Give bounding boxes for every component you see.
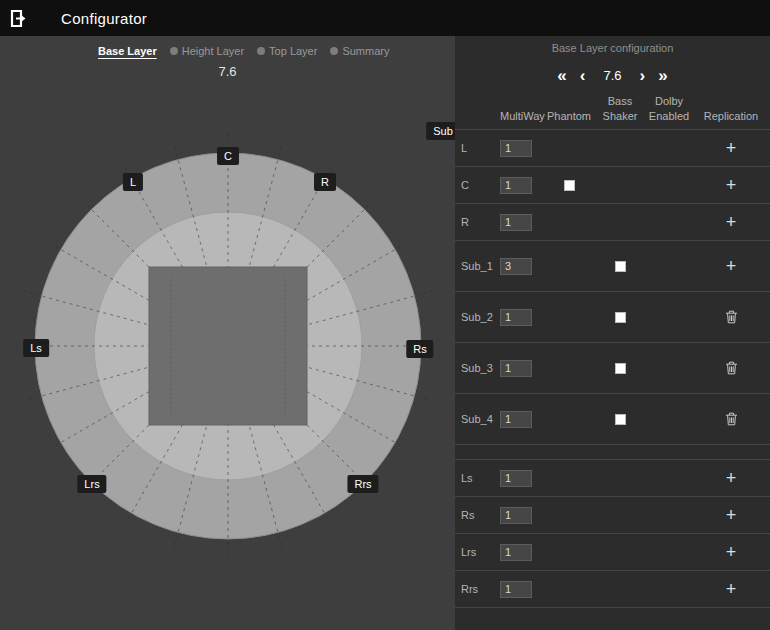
column-header-multiway: MultiWay	[500, 109, 544, 129]
speaker-layout-diagram	[0, 36, 455, 630]
speaker-label-rrs[interactable]: Rrs	[347, 475, 378, 493]
multiway-input[interactable]	[500, 214, 532, 231]
phantom-checkbox[interactable]	[564, 180, 575, 191]
speaker-label-r[interactable]: R	[314, 173, 336, 191]
speaker-label-ls[interactable]: Ls	[23, 339, 49, 357]
column-header-bass-shaker: Bass Shaker	[594, 94, 646, 129]
multiway-input[interactable]	[500, 177, 532, 194]
multiway-input[interactable]	[500, 258, 532, 275]
speaker-row-label: R	[461, 216, 469, 228]
listening-area	[149, 267, 307, 425]
current-config-value: 7.6	[598, 68, 626, 83]
row-sub_3: Sub_3	[455, 343, 770, 394]
row-c: C +	[455, 167, 770, 204]
multiway-input[interactable]	[500, 140, 532, 157]
tab-base-layer[interactable]: Base Layer	[98, 45, 157, 57]
add-replication-button[interactable]: +	[726, 543, 737, 561]
speaker-label-rs[interactable]: Rs	[406, 340, 433, 358]
column-header-spacer	[455, 123, 500, 129]
speaker-row-label: Sub_1	[461, 260, 493, 272]
column-header-dolby-enabled: Dolby Enabled	[646, 94, 692, 129]
multiway-input[interactable]	[500, 360, 532, 377]
row-ls: Ls +	[455, 460, 770, 497]
row-r: R +	[455, 204, 770, 241]
delete-replication-button[interactable]	[725, 310, 738, 324]
prev-config-button[interactable]: ‹	[580, 67, 586, 84]
last-config-button[interactable]: »	[658, 67, 667, 84]
stage-config-label: 7.6	[0, 64, 455, 79]
multiway-input[interactable]	[500, 544, 532, 561]
multiway-input[interactable]	[500, 507, 532, 524]
multiway-input[interactable]	[500, 581, 532, 598]
top-bar: Configurator	[0, 0, 770, 36]
column-header-phantom: Phantom	[544, 109, 594, 129]
add-replication-button[interactable]: +	[726, 469, 737, 487]
bass-shaker-checkbox[interactable]	[615, 312, 626, 323]
speaker-row-label: Sub_2	[461, 311, 493, 323]
tab-radio-icon	[330, 47, 338, 55]
row-l: L +	[455, 130, 770, 167]
tab-label: Base Layer	[98, 45, 157, 57]
speaker-row-label: Rs	[461, 509, 474, 521]
add-replication-button[interactable]: +	[726, 139, 737, 157]
column-header-replication: Replication	[692, 109, 770, 129]
layer-tabs: Base Layer Height Layer Top Layer Summar…	[98, 45, 455, 57]
add-replication-button[interactable]: +	[726, 257, 737, 275]
tab-label: Top Layer	[269, 45, 317, 57]
speaker-label-sub[interactable]: Sub	[426, 122, 455, 140]
panel-title: Base Layer configuration	[455, 42, 770, 60]
speaker-label-c[interactable]: C	[217, 147, 239, 165]
tab-top-layer[interactable]: Top Layer	[257, 45, 317, 57]
row-group-divider	[455, 445, 770, 460]
speaker-row-label: L	[461, 142, 467, 154]
row-sub_1: Sub_1 +	[455, 241, 770, 292]
column-headers: MultiWay Phantom Bass Shaker Dolby Enabl…	[455, 90, 770, 130]
bass-shaker-checkbox[interactable]	[615, 414, 626, 425]
bass-shaker-checkbox[interactable]	[615, 363, 626, 374]
row-rrs: Rrs +	[455, 571, 770, 608]
app-title: Configurator	[61, 10, 147, 27]
next-config-button[interactable]: ›	[640, 67, 646, 84]
bass-shaker-checkbox[interactable]	[615, 261, 626, 272]
speaker-row-label: Ls	[461, 472, 473, 484]
tab-summary[interactable]: Summary	[330, 45, 389, 57]
speaker-row-label: Rrs	[461, 583, 478, 595]
config-panel: Base Layer configuration « ‹ 7.6 › » Mul…	[455, 36, 770, 630]
add-replication-button[interactable]: +	[726, 580, 737, 598]
tab-radio-icon	[170, 47, 178, 55]
tab-label: Height Layer	[182, 45, 244, 57]
delete-replication-button[interactable]	[725, 361, 738, 375]
row-sub_4: Sub_4	[455, 394, 770, 445]
main-area: Base Layer Height Layer Top Layer Summar…	[0, 36, 770, 630]
row-sub_2: Sub_2	[455, 292, 770, 343]
tab-radio-icon	[257, 47, 265, 55]
multiway-input[interactable]	[500, 309, 532, 326]
row-rs: Rs +	[455, 497, 770, 534]
multiway-input[interactable]	[500, 411, 532, 428]
speaker-row-label: Sub_3	[461, 362, 493, 374]
add-replication-button[interactable]: +	[726, 176, 737, 194]
multiway-input[interactable]	[500, 470, 532, 487]
first-config-button[interactable]: «	[557, 67, 566, 84]
speaker-row-label: Lrs	[461, 546, 476, 558]
stage-area: Base Layer Height Layer Top Layer Summar…	[0, 36, 455, 630]
speaker-row-label: C	[461, 179, 469, 191]
speaker-label-l[interactable]: L	[123, 173, 143, 191]
tab-height-layer[interactable]: Height Layer	[170, 45, 244, 57]
speaker-label-lrs[interactable]: Lrs	[77, 475, 106, 493]
add-replication-button[interactable]: +	[726, 506, 737, 524]
tab-label: Summary	[342, 45, 389, 57]
delete-replication-button[interactable]	[725, 412, 738, 426]
add-replication-button[interactable]: +	[726, 213, 737, 231]
row-lrs: Lrs +	[455, 534, 770, 571]
config-pager: « ‹ 7.6 › »	[455, 60, 770, 90]
speaker-rows: L + C + R	[455, 130, 770, 608]
speaker-row-label: Sub_4	[461, 413, 493, 425]
exit-icon[interactable]	[10, 9, 27, 28]
